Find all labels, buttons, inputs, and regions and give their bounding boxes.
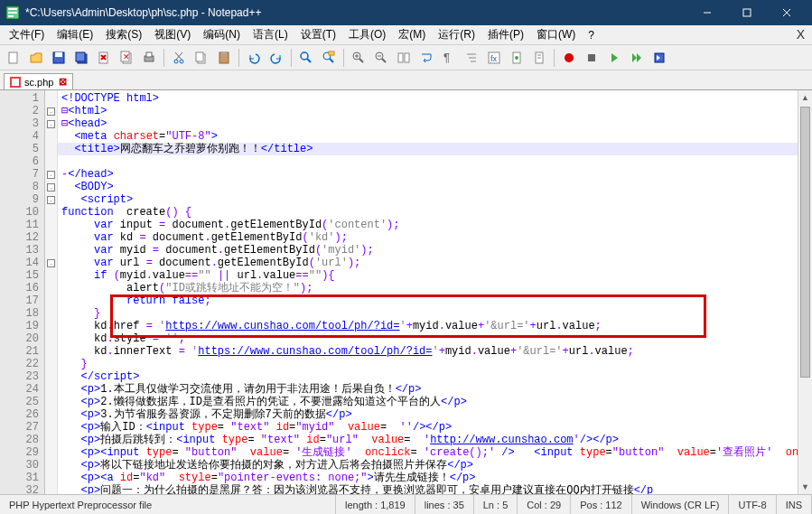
menu-window[interactable]: 窗口(W) [531,25,581,44]
replace-icon[interactable] [319,48,339,68]
play-macro-icon[interactable] [604,48,624,68]
svg-text:¶: ¶ [443,51,450,64]
status-length: length : 1,819 [336,495,415,514]
udl-icon[interactable]: fx [484,48,504,68]
app-icon [5,5,20,20]
new-file-icon[interactable] [4,48,23,68]
zoom-in-icon[interactable] [349,48,369,68]
toolbar: ✕ ¶ fx [0,45,812,70]
sync-vscroll-icon[interactable] [394,48,414,68]
svg-line-32 [330,59,333,62]
svg-rect-33 [329,51,334,55]
open-file-icon[interactable] [26,48,46,68]
status-bar: PHP Hypertext Preprocessor file length :… [0,494,812,514]
menu-tools[interactable]: 工具(O) [343,25,391,44]
status-eol: Windows (CR LF) [632,495,730,514]
status-ln: Ln : 5 [474,495,518,514]
svg-line-40 [382,59,386,62]
status-insert-mode: INS [777,495,812,514]
vertical-scrollbar[interactable]: ▲ ▼ [798,90,812,494]
find-icon[interactable] [296,48,316,68]
indent-guide-icon[interactable] [462,48,481,68]
status-pos: Pos : 112 [571,495,631,514]
svg-point-22 [180,60,183,63]
status-lines: lines : 35 [415,495,474,514]
close-file-icon[interactable] [94,48,114,68]
zoom-out-icon[interactable] [371,48,391,68]
record-macro-icon[interactable] [559,48,579,68]
svg-rect-54 [588,54,595,61]
tab-sc-php[interactable]: sc.php ⊠ [4,73,73,89]
svg-rect-57 [12,79,19,86]
menu-plugins[interactable]: 插件(P) [482,25,529,44]
show-all-chars-icon[interactable]: ¶ [439,48,459,68]
svg-rect-8 [9,52,17,63]
editor-area: 1234567891011121314151617181920212223242… [0,90,812,494]
undo-icon[interactable] [244,48,264,68]
save-all-icon[interactable] [71,48,91,68]
toolbar-separator [163,49,164,67]
fast-macro-icon[interactable] [627,48,647,68]
maximize-button[interactable] [727,0,767,25]
scroll-thumb-vertical[interactable] [800,107,810,378]
menu-language[interactable]: 语言(L) [247,25,294,44]
svg-rect-1 [8,8,17,10]
window-title: *C:\Users\Admin\Desktop\ph\sc.php - Note… [25,6,687,19]
menu-run[interactable]: 运行(R) [433,25,481,44]
svg-point-21 [174,60,178,63]
svg-point-50 [515,56,518,60]
svg-line-37 [359,59,363,62]
status-col: Col : 29 [518,495,571,514]
redo-icon[interactable] [266,48,286,68]
menubar: 文件(F) 编辑(E) 搜索(S) 视图(V) 编码(N) 语言(L) 设置(T… [0,25,812,45]
toolbar-separator [343,49,344,67]
code-editor[interactable]: <!DOCTYPE html> ⊟<html> ⊟<head> <meta ch… [58,90,812,494]
line-number-gutter: 1234567891011121314151617181920212223242… [0,90,45,494]
menu-macro[interactable]: 宏(M) [393,25,431,44]
svg-rect-20 [146,52,152,57]
fold-column: -- --- - [45,90,58,494]
tab-close-icon[interactable]: ⊠ [59,76,67,88]
paste-icon[interactable] [214,48,234,68]
wordwrap-icon[interactable] [416,48,436,68]
status-language: PHP Hypertext Preprocessor file [0,495,336,514]
svg-rect-28 [221,51,227,54]
svg-line-24 [175,52,182,60]
svg-rect-10 [55,52,62,57]
close-button[interactable] [767,0,807,25]
svg-rect-42 [405,53,409,62]
stop-macro-icon[interactable] [582,48,602,68]
svg-rect-3 [8,15,14,17]
save-macro-icon[interactable] [649,48,669,68]
menu-help[interactable]: ? [583,27,600,43]
doc-map-icon[interactable] [507,48,527,68]
scroll-up-arrow-icon[interactable]: ▲ [798,90,812,105]
status-encoding: UTF-8 [729,495,776,514]
menu-file[interactable]: 文件(F) [4,25,50,44]
svg-rect-5 [743,9,751,16]
cut-icon[interactable] [169,48,189,68]
menu-encoding[interactable]: 编码(N) [198,25,246,44]
svg-point-29 [301,52,308,60]
tab-label: sc.php [24,77,53,88]
menu-view[interactable]: 视图(V) [149,25,196,44]
doc-list-icon[interactable] [529,48,549,68]
svg-text:✕: ✕ [123,52,130,61]
menu-search[interactable]: 搜索(S) [100,25,147,44]
close-all-icon[interactable]: ✕ [117,48,136,68]
svg-rect-2 [8,12,17,14]
minimize-button[interactable] [687,0,727,25]
menu-edit[interactable]: 编辑(E) [51,25,98,44]
toolbar-separator [554,49,555,67]
save-icon[interactable] [49,48,69,68]
menu-settings[interactable]: 设置(T) [295,25,341,44]
menubar-close-icon[interactable]: X [797,27,805,42]
svg-rect-12 [76,52,85,61]
toolbar-separator [238,49,239,67]
svg-line-23 [176,52,182,60]
print-icon[interactable] [139,48,159,68]
toolbar-separator [291,49,292,67]
scroll-down-arrow-icon[interactable]: ▼ [798,480,812,494]
copy-icon[interactable] [191,48,211,68]
svg-rect-41 [398,53,403,62]
